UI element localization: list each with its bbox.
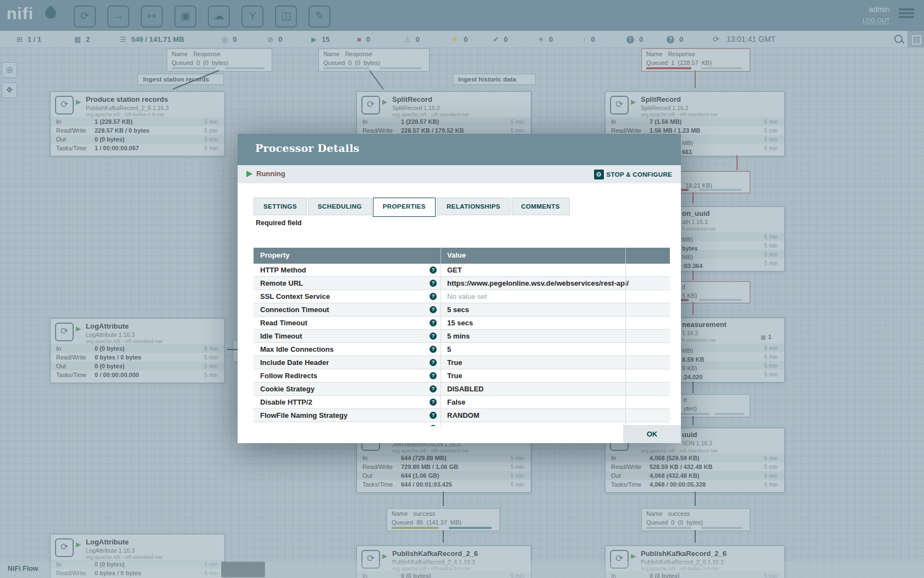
property-name: Include Date Header [260, 358, 329, 367]
property-row[interactable]: Attributes to Send?No value set [254, 422, 670, 426]
help-icon[interactable]: ? [430, 359, 437, 366]
property-row[interactable]: Cookie Strategy?DISABLED [254, 383, 670, 396]
dialog-title: Processor Details [255, 142, 360, 154]
property-name: Disable HTTP/2 [260, 398, 312, 406]
dialog-header: Processor Details [238, 134, 681, 165]
property-value[interactable]: DISABLED [447, 385, 483, 393]
property-value[interactable]: True [447, 372, 462, 380]
property-row[interactable]: Remote URL?https://www.pegelonline.wsv.d… [254, 277, 670, 290]
help-icon[interactable]: ? [430, 306, 437, 313]
help-icon[interactable]: ? [430, 280, 437, 287]
property-row[interactable]: Disable HTTP/2?False [254, 396, 670, 409]
property-name: Max Idle Connections [260, 345, 334, 353]
property-row[interactable]: Idle Timeout?5 mins [254, 330, 670, 343]
help-icon[interactable]: ? [430, 346, 437, 353]
property-name: SSL Context Service [260, 292, 330, 301]
dialog-tabs: SETTINGSSCHEDULINGPROPERTIESRELATIONSHIP… [254, 198, 571, 217]
tab-relationships[interactable]: RELATIONSHIPS [437, 198, 510, 215]
property-name: Connection Timeout [260, 306, 329, 314]
property-value[interactable]: No value set [447, 424, 487, 426]
property-value[interactable]: 15 secs [447, 319, 473, 327]
help-icon[interactable]: ? [430, 372, 437, 379]
property-row[interactable]: Read Timeout?15 secs [254, 317, 670, 330]
help-icon[interactable]: ? [430, 332, 437, 340]
property-name: Remote URL [260, 279, 303, 287]
property-value[interactable]: 5 mins [447, 332, 470, 340]
property-value[interactable]: GET [447, 266, 462, 274]
property-value[interactable]: True [447, 358, 462, 367]
help-icon[interactable]: ? [430, 266, 437, 274]
ok-button[interactable]: OK [623, 425, 681, 443]
processor-details-dialog: Processor Details Running ⚙STOP & CONFIG… [238, 134, 681, 443]
help-icon[interactable]: ? [430, 399, 437, 406]
property-value[interactable]: https://www.pegelonline.wsv.de/webservic… [447, 279, 629, 287]
property-value[interactable]: 5 [447, 345, 451, 353]
gear-icon: ⚙ [594, 170, 604, 179]
help-icon[interactable]: ? [430, 425, 437, 426]
property-value[interactable]: 5 secs [447, 306, 469, 314]
property-row[interactable]: FlowFile Naming Strategy?RANDOM [254, 409, 670, 422]
help-icon[interactable]: ? [430, 293, 437, 300]
stop-and-configure-button[interactable]: ⚙STOP & CONFIGURE [594, 169, 672, 180]
property-name: HTTP Method [260, 266, 306, 274]
tab-scheduling[interactable]: SCHEDULING [308, 198, 372, 215]
properties-table-header: Property Value [254, 248, 670, 264]
required-field-note: Required field [256, 219, 301, 227]
property-name: Idle Timeout [260, 332, 302, 340]
property-name: Cookie Strategy [260, 385, 315, 393]
property-name: Follow Redirects [260, 372, 317, 380]
dialog-status-b ar: Running ⚙STOP & CONFIGURE [238, 165, 681, 183]
help-icon[interactable]: ? [430, 319, 437, 326]
property-row[interactable]: SSL Context Service?No value set [254, 290, 670, 303]
running-state-icon [246, 171, 252, 177]
tab-properties[interactable]: PROPERTIES [373, 198, 436, 217]
tab-comments[interactable]: COMMENTS [512, 198, 570, 215]
property-value[interactable]: No value set [447, 292, 487, 301]
tab-settings[interactable]: SETTINGS [254, 198, 307, 215]
property-row[interactable]: HTTP Method?GET [254, 264, 670, 277]
property-name: Read Timeout [260, 319, 307, 327]
property-value[interactable]: False [447, 398, 465, 406]
property-value[interactable]: RANDOM [447, 411, 480, 419]
property-row[interactable]: Connection Timeout?5 secs [254, 303, 670, 317]
help-icon[interactable]: ? [430, 385, 437, 392]
column-value: Value [447, 251, 466, 259]
property-row[interactable]: Follow Redirects?True [254, 369, 670, 383]
property-name: FlowFile Naming Strategy [260, 411, 348, 419]
running-state-label: Running [256, 170, 285, 178]
property-row[interactable]: Max Idle Connections?5 [254, 343, 670, 356]
stop-and-configure-label: STOP & CONFIGURE [607, 171, 672, 178]
column-property: Property [260, 251, 289, 259]
property-row[interactable]: Include Date Header?True [254, 356, 670, 369]
properties-table-body: HTTP Method?GETRemote URL?https://www.pe… [254, 264, 670, 426]
help-icon[interactable]: ? [430, 412, 437, 419]
property-name: Attributes to Send [260, 424, 322, 426]
